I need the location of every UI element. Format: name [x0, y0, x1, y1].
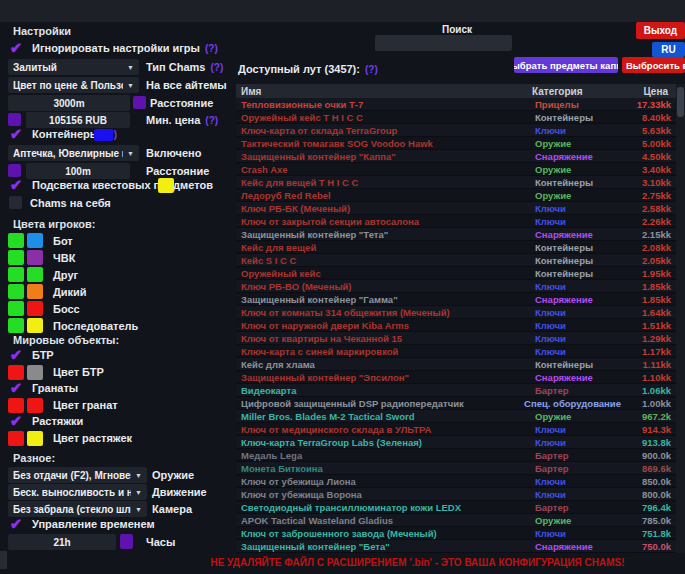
table-row[interactable]: Ключ РБ-ВО (Меченый)Ключи1.85kk [236, 280, 676, 293]
help-icon[interactable]: (?) [205, 43, 218, 54]
world-color-swatch-2[interactable] [27, 398, 43, 413]
all-items-dropdown[interactable]: Цвет по цене & Пользователь ▼ [8, 77, 139, 93]
distance-input[interactable]: 3000m [8, 95, 130, 111]
search-input[interactable] [375, 35, 512, 51]
table-row[interactable]: Ключ от медицинского склада в УЛЬТРАКлюч… [236, 423, 676, 436]
hours-color-swatch[interactable] [120, 534, 133, 549]
table-row[interactable]: Кейс S I C CКонтейнеры2.05kk [236, 254, 676, 267]
quest-items-color-swatch[interactable] [158, 178, 174, 193]
world-color-swatch-2[interactable] [27, 431, 43, 446]
world-object-color-row[interactable]: Цвет БТР [8, 365, 104, 380]
chams-type-dropdown[interactable]: Залитый ▼ [8, 59, 139, 75]
containers-color-swatch[interactable] [94, 129, 113, 141]
world-object-toggle-row[interactable]: ✔БТР [8, 348, 54, 362]
chevron-down-icon: ▼ [127, 150, 134, 157]
player-color-swatch-visible[interactable] [8, 284, 24, 299]
time-control-row[interactable]: ✔ Управление временем [8, 517, 155, 531]
table-row[interactable]: Miller Bros. Blades M-2 Tactical SwordОр… [236, 410, 676, 423]
table-row[interactable]: Crash AxeОружие3.40kk [236, 163, 676, 176]
table-row[interactable]: ВидеокартаБартер1.06kk [236, 384, 676, 397]
weapon-dropdown[interactable]: Без отдачи (F2), Мгновенное п ▼ [8, 467, 147, 483]
table-row[interactable]: Ключ РБ-БК (Меченый)Ключи2.58kk [236, 202, 676, 215]
checkbox-checked-icon[interactable]: ✔ [8, 381, 24, 395]
player-color-swatch-type[interactable] [27, 284, 43, 299]
language-button[interactable]: RU [652, 42, 685, 57]
world-color-swatch-1[interactable] [8, 365, 24, 380]
table-row[interactable]: Медаль LegaБартер900.0k [236, 449, 676, 462]
table-row[interactable]: Монета БиткоинаБартер869.6k [236, 462, 676, 475]
player-color-swatch-visible[interactable] [8, 267, 24, 282]
table-row[interactable]: Ключ от убежища ВоронаКлючи800.0k [236, 488, 676, 501]
checkbox-checked-icon[interactable]: ✔ [8, 517, 24, 531]
table-row[interactable]: Защищенный контейнер "Эпсилон"Снаряжение… [236, 371, 676, 384]
checkbox-unchecked-icon[interactable] [9, 196, 22, 209]
table-row[interactable]: Ключ от закрытой секции автосалонаКлючи2… [236, 215, 676, 228]
player-color-swatch-type[interactable] [27, 250, 43, 265]
table-row[interactable]: Ключ от комнаты 314 общежития (Меченый)К… [236, 306, 676, 319]
world-object-color-row[interactable]: Цвет растяжек [8, 431, 132, 446]
table-row[interactable]: Оружейный кейс T H I C CКонтейнеры8.40kk [236, 111, 676, 124]
table-row[interactable]: APOK Tactical Wasteland GladiusОружие785… [236, 514, 676, 527]
column-header-price[interactable]: Цена [618, 86, 676, 97]
table-row[interactable]: Защищенный контейнер "Каппа"Снаряжение4.… [236, 150, 676, 163]
table-row[interactable]: Ключ от заброшенного завода (Меченый)Клю… [236, 527, 676, 540]
player-color-swatch-type[interactable] [27, 301, 43, 316]
checkbox-checked-icon[interactable]: ✔ [8, 127, 24, 141]
camera-dropdown[interactable]: Без забрала (стекло шлема) ▼ [8, 501, 147, 517]
distance-color-swatch[interactable] [133, 96, 146, 109]
player-color-swatch-visible[interactable] [8, 233, 24, 248]
table-row[interactable]: Ключ-карта TerraGroup Labs (Зеленая)Ключ… [236, 436, 676, 449]
checkbox-checked-icon[interactable]: ✔ [8, 41, 24, 55]
chams-self-row[interactable]: Chams на себя [9, 196, 111, 209]
table-row[interactable]: Тепловизионные очки Т-7Прицелы17.33kk [236, 98, 676, 111]
column-header-name[interactable]: Имя [236, 86, 532, 97]
player-color-swatch-visible[interactable] [8, 301, 24, 316]
movement-dropdown[interactable]: Беск. выносливость и нет уста ▼ [8, 484, 147, 500]
min-price-input[interactable]: 105156 RUB [26, 112, 130, 128]
help-icon[interactable]: (?) [205, 115, 218, 126]
player-color-swatch-type[interactable] [27, 318, 43, 333]
select-kappa-button[interactable]: Выбрать предметы каппа [514, 57, 618, 73]
table-row[interactable]: Ключ от квартиры на Чеканной 15Ключи1.29… [236, 332, 676, 345]
table-row[interactable]: Светодиодный трансиллюминатор кожи LEDXБ… [236, 501, 676, 514]
drop-all-button[interactable]: Выбросить все [622, 57, 685, 73]
hours-input[interactable]: 21h [8, 534, 116, 550]
included-dropdown[interactable]: Аптечка, Ювелирные и... ▼ [8, 145, 139, 161]
table-row[interactable]: Кейс для хламаКонтейнеры1.11kk [236, 358, 676, 371]
scrollbar-thumb[interactable] [677, 87, 684, 117]
table-row[interactable]: Защищенный контейнер "Бета"Снаряжение750… [236, 540, 676, 553]
player-color-swatch-type[interactable] [27, 233, 43, 248]
table-row[interactable]: Защищенный контейнер "Гамма"Снаряжение1.… [236, 293, 676, 306]
column-header-category[interactable]: Категория [532, 86, 618, 97]
world-object-color-row[interactable]: Цвет гранат [8, 398, 118, 413]
world-object-toggle-row[interactable]: ✔Гранаты [8, 381, 78, 395]
table-row[interactable]: Кейс для вещей T H I C CКонтейнеры3.10kk [236, 176, 676, 189]
loot-distance-input[interactable]: 100m [26, 163, 130, 179]
world-color-swatch-1[interactable] [8, 431, 24, 446]
table-row[interactable]: Ключ от наружной двери Kiba ArmsКлючи1.5… [236, 319, 676, 332]
checkbox-checked-icon[interactable]: ✔ [8, 414, 24, 428]
help-icon[interactable]: (?) [365, 64, 378, 75]
ignore-settings-row[interactable]: ✔ Игнорировать настройки игры (?) [8, 41, 218, 55]
world-object-toggle-row[interactable]: ✔Растяжки [8, 414, 83, 428]
table-row[interactable]: Защищенный контейнер "Тета"Снаряжение2.1… [236, 228, 676, 241]
player-color-swatch-visible[interactable] [8, 318, 24, 333]
player-color-swatch-type[interactable] [27, 267, 43, 282]
player-color-swatch-visible[interactable] [8, 250, 24, 265]
table-row[interactable]: Ключ-карта от склада TerraGroupКлючи5.63… [236, 124, 676, 137]
exit-button[interactable]: Выход [636, 22, 685, 39]
scrollbar-track[interactable] [676, 84, 685, 553]
checkbox-checked-icon[interactable]: ✔ [8, 178, 24, 192]
table-row[interactable]: Ледоруб Red RebelОружие2.75kk [236, 189, 676, 202]
table-row[interactable]: Тактический томагавк SOG Voodoo HawkОруж… [236, 137, 676, 150]
quest-items-row[interactable]: ✔ Подсветка квестовых предметов [8, 178, 213, 192]
table-row[interactable]: Оружейный кейсКонтейнеры1.95kk [236, 267, 676, 280]
help-icon[interactable]: (?) [210, 62, 223, 73]
checkbox-checked-icon[interactable]: ✔ [8, 348, 24, 362]
table-row[interactable]: Ключ-карта с синей маркировкойКлючи1.17k… [236, 345, 676, 358]
world-color-swatch-2[interactable] [27, 365, 43, 380]
world-color-swatch-1[interactable] [8, 398, 24, 413]
table-row[interactable]: Кейс для вещейКонтейнеры2.08kk [236, 241, 676, 254]
table-row[interactable]: Ключ от убежища ЛионаКлючи850.0k [236, 475, 676, 488]
table-row[interactable]: Цифровой защищенный DSP радиопередатчикС… [236, 397, 676, 410]
